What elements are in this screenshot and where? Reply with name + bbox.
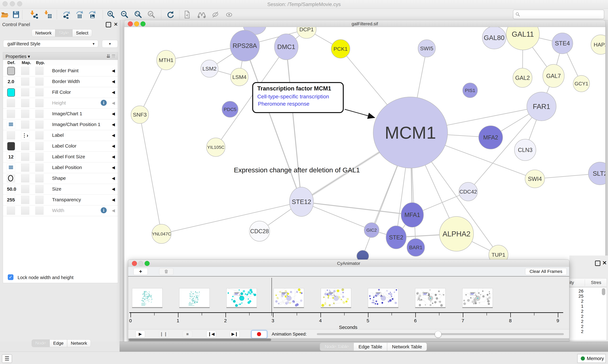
tab-node-table[interactable]: Node Table — [320, 343, 354, 351]
node-slt2[interactable]: SLT2 — [588, 162, 606, 185]
node-ste4[interactable]: STE4 — [552, 33, 573, 54]
bypass-cell[interactable] — [35, 142, 43, 150]
frame-thumbnail-0[interactable] — [132, 288, 163, 307]
default-cell[interactable] — [7, 110, 15, 118]
play-button[interactable]: ▶ — [136, 331, 145, 338]
node-ynl047c[interactable]: YNL047C — [152, 224, 171, 244]
memory-button[interactable]: Memory — [577, 354, 606, 363]
network-window-titlebar[interactable]: galFiltered.sif — [124, 20, 606, 27]
property-row-label[interactable]: ⋮›Label◀ — [3, 130, 118, 141]
mapping-cell[interactable]: ⋮› — [21, 131, 29, 140]
tab-network-bottom[interactable]: Network — [67, 339, 91, 347]
bypass-cell[interactable] — [35, 185, 43, 193]
property-row-width[interactable]: Widthi◀ — [3, 205, 118, 216]
property-row-border-width[interactable]: 2.0Border Width◀ — [3, 76, 118, 87]
annotation-link-2[interactable]: Pheromone response — [258, 101, 309, 107]
tab-edge[interactable]: Edge — [50, 339, 67, 347]
zoom-selected-icon[interactable] — [147, 10, 155, 19]
bypass-cell[interactable] — [35, 131, 43, 140]
node-ste2[interactable]: STE2 — [386, 226, 406, 249]
search-input[interactable] — [513, 10, 604, 19]
export-network-icon[interactable] — [62, 10, 71, 19]
expand-row-icon[interactable]: ◀ — [112, 101, 115, 105]
node-swi5[interactable]: SWI5 — [418, 40, 435, 57]
default-cell[interactable]: 255 — [7, 196, 15, 204]
info-icon[interactable]: i — [101, 100, 107, 106]
properties-title[interactable]: Properties ▾ — [6, 54, 30, 59]
close-panel-icon[interactable]: ✕ — [602, 260, 607, 266]
open-session-icon[interactable] — [1, 10, 9, 19]
record-button[interactable] — [251, 330, 267, 338]
node-mth1[interactable]: MTH1 — [157, 50, 176, 70]
mapping-cell[interactable] — [21, 174, 29, 182]
expand-row-icon[interactable]: ◀ — [112, 143, 115, 148]
lock-checkbox[interactable]: ✓ — [8, 274, 14, 280]
node-swi4[interactable]: SWI4 — [525, 170, 545, 188]
pause-button[interactable]: ❙❙ — [159, 331, 169, 338]
column-header-ity[interactable]: ity — [569, 280, 574, 285]
style-selector[interactable]: galFiltered Style ▾ — [3, 40, 98, 47]
slider-handle[interactable] — [435, 331, 442, 338]
mapping-cell[interactable] — [21, 120, 29, 129]
default-cell[interactable] — [7, 174, 15, 182]
mapping-cell[interactable] — [21, 78, 29, 86]
property-row-transparency[interactable]: 255Transparency◀ — [3, 195, 118, 205]
node-yil105c[interactable]: YIL105C — [207, 138, 225, 156]
timeline-hscrollbar[interactable] — [128, 338, 569, 341]
mapping-cell[interactable] — [21, 67, 29, 75]
bypass-cell[interactable] — [35, 196, 43, 204]
expand-row-icon[interactable]: ◀ — [112, 79, 115, 84]
mapping-cell[interactable] — [21, 99, 29, 107]
node-gal2[interactable]: GAL2 — [513, 68, 532, 87]
bypass-cell[interactable] — [35, 99, 43, 107]
expand-row-icon[interactable]: ◀ — [112, 176, 115, 181]
default-cell[interactable] — [7, 142, 15, 150]
mapping-cell[interactable] — [21, 207, 29, 215]
expand-row-icon[interactable]: ◀ — [112, 111, 115, 116]
show-all-icon[interactable] — [225, 10, 233, 19]
node-dcp1[interactable]: DCP1 — [297, 27, 316, 39]
default-cell[interactable] — [7, 88, 15, 96]
node-gal80[interactable]: GAL80 — [482, 27, 506, 49]
expand-row-icon[interactable]: ◀ — [112, 208, 115, 213]
export-image-icon[interactable] — [88, 10, 97, 19]
tab-network[interactable]: Network — [32, 29, 55, 37]
task-history-button[interactable]: ☰ — [2, 354, 12, 363]
node-far1[interactable]: FAR1 — [527, 92, 556, 121]
stop-button[interactable]: ■ — [183, 331, 192, 338]
mapping-cell[interactable] — [21, 164, 29, 172]
expand-row-icon[interactable]: ◀ — [112, 133, 115, 138]
frame-thumbnail-4[interactable] — [321, 288, 351, 307]
property-row-label-position[interactable]: Label Position◀ — [3, 162, 118, 173]
mapping-cell[interactable] — [21, 142, 29, 150]
node-pis1[interactable]: PIS1 — [463, 83, 478, 98]
default-cell[interactable]: 2.0 — [7, 78, 15, 86]
bypass-cell[interactable] — [35, 164, 43, 172]
node-ste12[interactable]: STE12 — [290, 187, 314, 217]
tab-network-table[interactable]: Network Table — [387, 343, 427, 351]
default-cell[interactable] — [7, 120, 15, 129]
default-cell[interactable] — [7, 207, 15, 215]
zoom-out-icon[interactable] — [120, 10, 129, 19]
frame-thumbnail-3[interactable] — [274, 288, 304, 307]
float-panel-icon[interactable] — [106, 22, 111, 27]
bypass-cell[interactable] — [35, 67, 43, 75]
close-panel-icon[interactable]: ✕ — [114, 22, 118, 27]
cyanimator-titlebar[interactable]: CyAnimator — [128, 260, 569, 267]
zoom-in-icon[interactable] — [107, 10, 115, 19]
expand-collapse-icons[interactable]: ⇊ ⇈ — [106, 53, 116, 59]
annotation-box[interactable]: Transcription factor MCM1 Cell-type-spec… — [252, 82, 344, 113]
expand-row-icon[interactable]: ◀ — [112, 68, 115, 73]
node-pdc5[interactable]: PDC5 — [222, 101, 238, 117]
animation-speed-slider[interactable] — [317, 333, 564, 335]
default-cell[interactable]: 50.0 — [7, 185, 15, 193]
zoom-fit-icon[interactable] — [134, 10, 142, 19]
expand-row-icon[interactable]: ◀ — [112, 165, 115, 170]
mapping-cell[interactable] — [21, 110, 29, 118]
save-session-icon[interactable] — [12, 10, 20, 19]
column-header-stress[interactable]: Stres — [591, 280, 601, 285]
clear-all-frames-button[interactable]: Clear All Frames — [525, 268, 567, 275]
node-lsm4[interactable]: LSM4 — [231, 68, 248, 86]
frame-thumbnail-1[interactable] — [179, 288, 210, 307]
frame-thumbnail-7[interactable] — [462, 288, 493, 307]
